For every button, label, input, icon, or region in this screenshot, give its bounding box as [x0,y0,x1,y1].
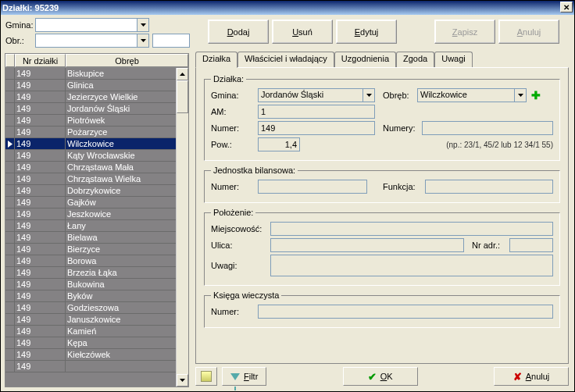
grid-col-obreb[interactable]: Obręb [66,54,188,67]
uwagi-label: Uwagi: [211,261,267,270]
group-dzialka-legend: Działka: [211,74,246,84]
obreb-label: Obręb: [383,91,414,100]
check-icon: ✔ [368,371,377,383]
anuluj-bottom-button[interactable]: ✘Anuluj [494,367,569,386]
chevron-down-icon[interactable] [137,34,148,47]
pow-input[interactable]: 1,4 [258,137,300,151]
filtr-button[interactable]: Filtr [222,367,266,386]
table-row[interactable]: 149Brzezia Łąka [5,267,176,279]
group-polozenie: Położenie: Miejscowość: Ulica: Nr adr.: … [204,208,560,286]
filter-obr-input[interactable] [152,34,190,48]
obreb-combo[interactable]: Wilczkowice [417,88,527,102]
table-row[interactable]: 149Kępa [5,337,176,349]
group-polozenie-legend: Położenie: [211,208,255,217]
table-row[interactable]: 149Jordanów Śląski [5,103,176,115]
tab-wlasciciel[interactable]: Właściciel i władający [238,52,334,67]
table-row[interactable]: 149Glinica [5,80,176,91]
jb-funkcja-label: Funkcja: [383,182,422,191]
group-jednostka: Jednostka bilansowa: Numer: Funkcja: [204,166,560,203]
miejscowosc-label: Miejscowość: [211,224,267,233]
kw-numer-input[interactable] [258,305,553,319]
table-row[interactable]: 149 [5,361,176,372]
close-icon[interactable]: ✕ [560,2,573,12]
tab-uwagi[interactable]: Uwagi [434,52,473,67]
tab-zgoda[interactable]: Zgoda [396,52,434,67]
table-row[interactable]: 149Borowa [5,255,176,267]
numery-label: Numery: [383,123,419,133]
group-jednostka-legend: Jednostka bilansowa: [211,166,298,175]
tab-dzialka[interactable]: Działka [195,52,238,68]
dodaj-button[interactable]: Dodaj [208,20,269,44]
tab-uzgodnienia[interactable]: Uzgodnienia [334,52,396,67]
grid-corner [5,54,15,67]
window-titlebar: Działki: 95239 ✕ [1,1,574,15]
gmina-combo[interactable]: Jordanów Śląski [258,88,375,102]
table-row[interactable]: 149Pożarzyce [5,127,176,138]
grid-scrollbar[interactable] [176,68,188,387]
table-row[interactable]: 149Bukowina [5,279,176,290]
ulica-input[interactable] [270,238,464,252]
gmina-label: Gmina: [211,91,255,100]
user-icon-button[interactable] [195,367,217,386]
table-row[interactable]: 149Kiełczówek [5,349,176,361]
filter-obr-label: Obr.: [5,36,32,45]
table-row[interactable]: 149Piotrówek [5,115,176,127]
avatar-icon [201,371,212,382]
usun-button[interactable]: Usuń [272,20,333,44]
table-row[interactable]: 149Biskupice [5,68,176,80]
miejscowosc-input[interactable] [270,222,553,236]
jb-funkcja-input[interactable] [425,180,553,194]
numery-hint: (np.: 23/1, 45/2 lub 12 34/1 55) [446,141,553,149]
table-row[interactable]: 149Wilczkowice [5,138,176,150]
anuluj-button: Anuluj [498,20,559,44]
filter-obr-combo[interactable] [35,34,149,48]
kw-numer-label: Numer: [211,307,255,316]
parcels-grid[interactable]: Nr działki Obręb 149Biskupice149Glinica1… [5,53,189,387]
jb-numer-input[interactable] [258,180,367,194]
filter-gmina-label: Gmina: [5,20,32,30]
table-row[interactable]: 149Łany [5,220,176,232]
nradr-input[interactable] [509,238,553,252]
uwagi-input[interactable] [270,255,553,276]
table-row[interactable]: 149Bierzyce [5,244,176,255]
edytuj-button[interactable]: Edytuj [336,20,397,44]
scroll-down-icon[interactable] [177,374,188,387]
numer-input[interactable]: 149 [258,121,375,135]
table-row[interactable]: 149Bielawa [5,232,176,244]
zapisz-button: Zapisz [434,20,495,44]
numer-label: Numer: [211,123,255,133]
table-row[interactable]: 149Chrząstawa Wielka [5,173,176,185]
grid-col-nr[interactable]: Nr działki [15,54,66,67]
ok-button[interactable]: ✔OK [343,367,418,386]
funnel-icon [230,373,240,380]
table-row[interactable]: 149Dobrzykowice [5,185,176,197]
am-label: AM: [211,107,255,116]
scroll-up-icon[interactable] [177,68,188,80]
table-row[interactable]: 149Godzieszowa [5,302,176,314]
filter-gmina-combo[interactable] [35,18,149,32]
add-obreb-icon[interactable]: ✚ [530,89,542,102]
chevron-down-icon[interactable] [362,89,374,102]
numery-input[interactable] [422,121,553,135]
x-icon: ✘ [513,371,522,383]
table-row[interactable]: 149Jezierzyce Wielkie [5,91,176,103]
scroll-thumb[interactable] [177,80,188,113]
table-row[interactable]: 149Gajków [5,197,176,208]
pow-label: Pow.: [211,140,255,149]
nradr-label: Nr adr.: [472,241,506,250]
ulica-label: Ulica: [211,241,267,250]
group-kw-legend: Księga wieczysta [211,290,281,300]
group-kw: Księga wieczysta Numer: [204,290,560,328]
table-row[interactable]: 149Byków [5,290,176,302]
table-row[interactable]: 149Kamień [5,326,176,337]
table-row[interactable]: 149Jeszkowice [5,208,176,220]
am-input[interactable]: 1 [258,105,375,119]
table-row[interactable]: 149Januszkowice [5,314,176,326]
table-row[interactable]: 149Chrząstawa Mała [5,162,176,173]
chevron-down-icon[interactable] [514,89,526,102]
window-title: Działki: 95239 [2,3,59,12]
chevron-down-icon[interactable] [137,19,148,31]
jb-numer-label: Numer: [211,182,255,191]
group-dzialka: Działka: Gmina: Jordanów Śląski Obręb: W… [204,74,560,161]
table-row[interactable]: 149Kąty Wrocławskie [5,150,176,162]
